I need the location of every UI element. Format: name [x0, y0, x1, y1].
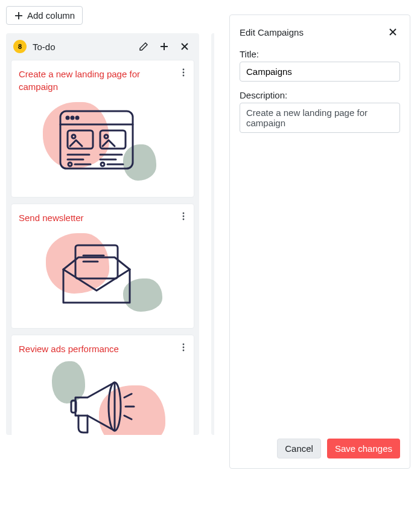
card-title: Create a new landing page for campaign: [19, 68, 186, 93]
svg-point-26: [183, 213, 185, 214]
add-column-button[interactable]: Add column: [6, 6, 83, 25]
card-title: Review ads performance: [19, 343, 186, 355]
column-body: Create a new landing page for campaign S…: [6, 60, 199, 435]
svg-line-38: [124, 394, 132, 397]
svg-point-28: [183, 219, 185, 220]
svg-point-11: [66, 117, 69, 119]
plus-icon: [159, 42, 169, 51]
column-badge: 8: [13, 40, 27, 53]
kanban-board: 8 To-do Create a new landing page for ca…: [6, 33, 214, 441]
cancel-button[interactable]: Cancel: [277, 439, 321, 458]
svg-point-6: [183, 69, 185, 71]
edit-panel: Edit Campaigns Title: Description: Creat…: [229, 14, 410, 469]
remove-column-button[interactable]: [177, 39, 192, 54]
edit-panel-title: Edit Campaigns: [240, 27, 304, 37]
svg-line-39: [124, 416, 132, 419]
column-title: To-do: [33, 42, 130, 52]
svg-point-20: [68, 162, 72, 166]
kanban-column: [211, 33, 214, 435]
card-menu-button[interactable]: [179, 68, 188, 79]
add-column-label: Add column: [27, 10, 75, 21]
svg-point-7: [183, 72, 185, 74]
card-menu-button[interactable]: [179, 343, 188, 354]
svg-point-27: [183, 216, 185, 217]
card-menu-button[interactable]: [179, 211, 188, 223]
svg-point-24: [101, 162, 104, 166]
title-label: Title:: [240, 49, 400, 59]
pencil-icon: [139, 42, 148, 51]
dots-vertical-icon: [179, 68, 188, 77]
svg-point-32: [183, 344, 185, 346]
dots-vertical-icon: [179, 211, 188, 221]
save-button[interactable]: Save changes: [327, 439, 400, 458]
close-panel-button[interactable]: [386, 25, 400, 39]
envelope-illustration: [19, 230, 186, 321]
card-title: Send newsletter: [19, 211, 186, 224]
kanban-card[interactable]: Send newsletter: [11, 204, 194, 329]
description-field[interactable]: Create a new landing page for campaign: [240, 103, 400, 133]
svg-point-8: [183, 75, 185, 77]
svg-point-12: [71, 117, 74, 119]
close-icon: [389, 28, 397, 36]
close-icon: [180, 42, 189, 51]
edit-column-button[interactable]: [136, 39, 151, 54]
plus-icon: [14, 11, 24, 21]
svg-rect-36: [71, 400, 76, 413]
svg-point-17: [104, 135, 108, 138]
svg-point-33: [183, 347, 185, 349]
kanban-card[interactable]: Create a new landing page for campaign: [11, 60, 194, 198]
kanban-card[interactable]: Review ads performance: [11, 335, 194, 435]
add-card-button[interactable]: [157, 39, 171, 54]
description-label: Description:: [240, 90, 400, 100]
svg-point-34: [183, 350, 185, 352]
svg-point-13: [76, 117, 78, 119]
kanban-column: 8 To-do Create a new landing page for ca…: [6, 33, 199, 435]
svg-point-16: [72, 135, 75, 138]
dots-vertical-icon: [179, 343, 188, 352]
browser-illustration: [19, 99, 186, 190]
megaphone-illustration: [19, 361, 186, 435]
title-input[interactable]: [240, 62, 400, 82]
